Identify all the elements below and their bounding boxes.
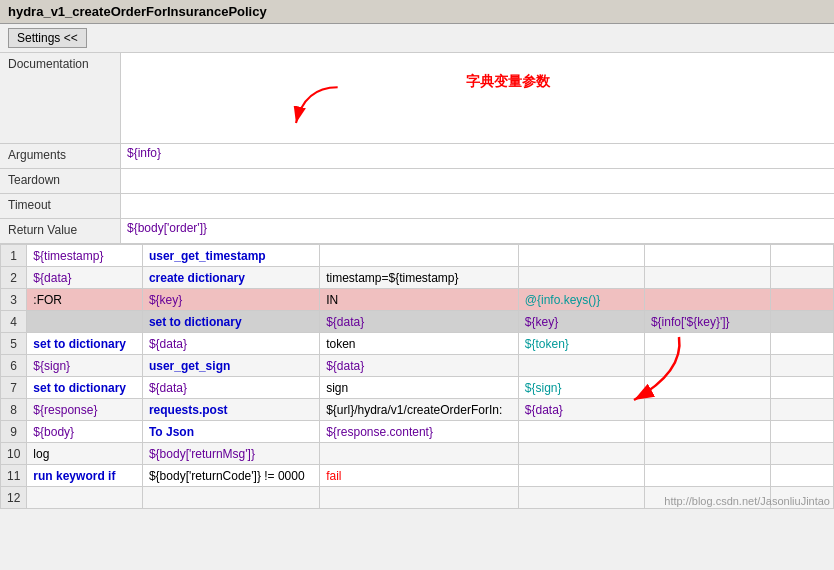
documentation-content: 字典变量参数 xyxy=(120,53,834,143)
cell-3-5[interactable] xyxy=(644,289,770,311)
cell-11-6[interactable] xyxy=(770,465,833,487)
cell-10-1[interactable]: log xyxy=(27,443,143,465)
cell-12-3[interactable] xyxy=(320,487,519,509)
cell-5-3[interactable]: token xyxy=(320,333,519,355)
cell-2-1[interactable]: ${data} xyxy=(27,267,143,289)
table-row: 8${response}requests.post${url}/hydra/v1… xyxy=(1,399,834,421)
cell-1-2[interactable]: user_get_timestamp xyxy=(142,245,319,267)
cell-5-6[interactable] xyxy=(770,333,833,355)
cell-1-5[interactable] xyxy=(644,245,770,267)
return-value-content[interactable]: ${body['order']} xyxy=(120,219,834,243)
teardown-content[interactable] xyxy=(120,169,834,193)
cell-12-2[interactable] xyxy=(142,487,319,509)
table-row: 5set to dictionary${data}token${token} xyxy=(1,333,834,355)
cell-11-5[interactable] xyxy=(644,465,770,487)
cell-12-4[interactable] xyxy=(518,487,644,509)
cell-7-2[interactable]: ${data} xyxy=(142,377,319,399)
table-row: 4set to dictionary${data}${key}${info['$… xyxy=(1,311,834,333)
row-number: 2 xyxy=(1,267,27,289)
cell-6-6[interactable] xyxy=(770,355,833,377)
cell-1-3[interactable] xyxy=(320,245,519,267)
cell-5-2[interactable]: ${data} xyxy=(142,333,319,355)
row-number: 5 xyxy=(1,333,27,355)
cell-8-1[interactable]: ${response} xyxy=(27,399,143,421)
cell-2-2[interactable]: create dictionary xyxy=(142,267,319,289)
arguments-row: Arguments ${info} xyxy=(0,144,834,169)
cell-7-6[interactable] xyxy=(770,377,833,399)
cell-1-6[interactable] xyxy=(770,245,833,267)
row-number: 8 xyxy=(1,399,27,421)
cell-8-5[interactable] xyxy=(644,399,770,421)
row-number: 3 xyxy=(1,289,27,311)
arguments-content[interactable]: ${info} xyxy=(120,144,834,168)
timeout-row: Timeout xyxy=(0,194,834,219)
cell-9-2[interactable]: To Json xyxy=(142,421,319,443)
cell-9-1[interactable]: ${body} xyxy=(27,421,143,443)
table-row: 1${timestamp}user_get_timestamp xyxy=(1,245,834,267)
cell-9-3[interactable]: ${response.content} xyxy=(320,421,519,443)
cell-8-3[interactable]: ${url}/hydra/v1/createOrderForIn: xyxy=(320,399,519,421)
cell-1-4[interactable] xyxy=(518,245,644,267)
cell-1-1[interactable]: ${timestamp} xyxy=(27,245,143,267)
cell-6-4[interactable] xyxy=(518,355,644,377)
cell-2-6[interactable] xyxy=(770,267,833,289)
cell-11-1[interactable]: run keyword if xyxy=(27,465,143,487)
row-number: 9 xyxy=(1,421,27,443)
cell-2-5[interactable] xyxy=(644,267,770,289)
arrow-icon xyxy=(281,83,361,133)
cell-3-2[interactable]: ${key} xyxy=(142,289,319,311)
cell-10-2[interactable]: ${body['returnMsg']} xyxy=(142,443,319,465)
cell-6-2[interactable]: user_get_sign xyxy=(142,355,319,377)
title-bar: hydra_v1_createOrderForInsurancePolicy xyxy=(0,0,834,24)
cell-10-3[interactable] xyxy=(320,443,519,465)
cell-10-6[interactable] xyxy=(770,443,833,465)
cell-4-6[interactable] xyxy=(770,311,833,333)
cell-3-1[interactable]: :FOR xyxy=(27,289,143,311)
cell-8-4[interactable]: ${data} xyxy=(518,399,644,421)
cell-3-4[interactable]: @{info.keys()} xyxy=(518,289,644,311)
toolbar: Settings << xyxy=(0,24,834,53)
cell-5-5[interactable] xyxy=(644,333,770,355)
cell-11-3[interactable]: fail xyxy=(320,465,519,487)
timeout-label: Timeout xyxy=(0,194,120,216)
cell-7-3[interactable]: sign xyxy=(320,377,519,399)
row-number: 11 xyxy=(1,465,27,487)
row-number: 12 xyxy=(1,487,27,509)
cell-4-4[interactable]: ${key} xyxy=(518,311,644,333)
cell-6-1[interactable]: ${sign} xyxy=(27,355,143,377)
cell-2-4[interactable] xyxy=(518,267,644,289)
cell-5-1[interactable]: set to dictionary xyxy=(27,333,143,355)
cell-8-6[interactable] xyxy=(770,399,833,421)
cell-4-1[interactable] xyxy=(27,311,143,333)
row-number: 6 xyxy=(1,355,27,377)
cell-11-2[interactable]: ${body['returnCode']} != 0000 xyxy=(142,465,319,487)
cell-7-4[interactable]: ${sign} xyxy=(518,377,644,399)
cell-9-4[interactable] xyxy=(518,421,644,443)
cell-3-6[interactable] xyxy=(770,289,833,311)
watermark: http://blog.csdn.net/JasonliuJintao xyxy=(664,495,830,507)
cell-12-1[interactable] xyxy=(27,487,143,509)
cell-6-3[interactable]: ${data} xyxy=(320,355,519,377)
cell-10-5[interactable] xyxy=(644,443,770,465)
table-row: 2${data}create dictionarytimestamp=${tim… xyxy=(1,267,834,289)
cell-9-6[interactable] xyxy=(770,421,833,443)
cell-4-2[interactable]: set to dictionary xyxy=(142,311,319,333)
cell-6-5[interactable] xyxy=(644,355,770,377)
cell-8-2[interactable]: requests.post xyxy=(142,399,319,421)
settings-button[interactable]: Settings << xyxy=(8,28,87,48)
table-row: 6${sign}user_get_sign${data} xyxy=(1,355,834,377)
cell-10-4[interactable] xyxy=(518,443,644,465)
cell-11-4[interactable] xyxy=(518,465,644,487)
return-value-label: Return Value xyxy=(0,219,120,241)
cell-3-3[interactable]: IN xyxy=(320,289,519,311)
timeout-content[interactable] xyxy=(120,194,834,218)
cell-2-3[interactable]: timestamp=${timestamp} xyxy=(320,267,519,289)
cell-4-3[interactable]: ${data} xyxy=(320,311,519,333)
cell-4-5[interactable]: ${info['${key}']} xyxy=(644,311,770,333)
documentation-text: 字典变量参数 xyxy=(466,73,550,91)
cell-7-5[interactable] xyxy=(644,377,770,399)
teardown-row: Teardown xyxy=(0,169,834,194)
cell-9-5[interactable] xyxy=(644,421,770,443)
cell-5-4[interactable]: ${token} xyxy=(518,333,644,355)
cell-7-1[interactable]: set to dictionary xyxy=(27,377,143,399)
